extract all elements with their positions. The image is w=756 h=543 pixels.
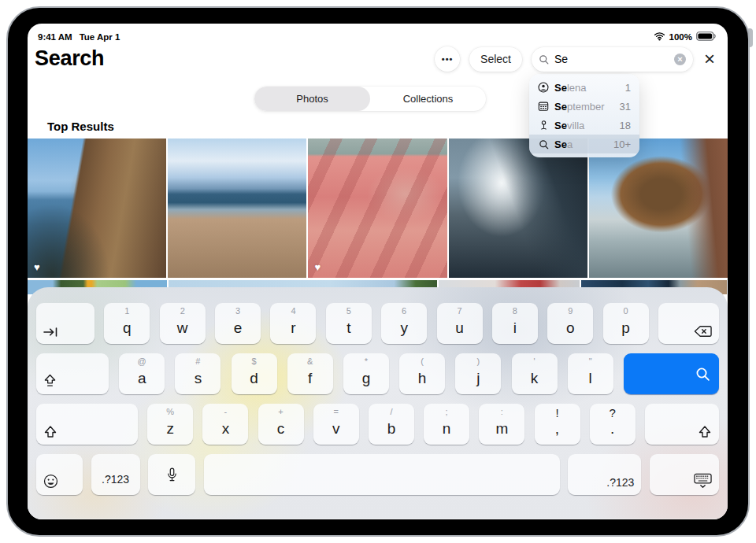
key-d[interactable]: $d <box>232 353 277 394</box>
photo-sandy-beach-waves[interactable] <box>168 139 306 278</box>
search-query-text: Se <box>554 53 669 65</box>
key-o[interactable]: 9o <box>547 303 593 344</box>
key-shift-left[interactable] <box>36 404 138 445</box>
key-search-return[interactable] <box>624 353 719 394</box>
suggestion-sevilla[interactable]: Sevilla18 <box>529 116 639 135</box>
key-s[interactable]: #s <box>175 353 220 394</box>
key-,[interactable]: !, <box>535 404 580 445</box>
photo-wave-crashing-rocks[interactable] <box>449 139 587 278</box>
key-numbers-right[interactable]: .?123 <box>568 454 641 495</box>
key-space[interactable] <box>204 454 560 495</box>
close-icon[interactable]: × <box>702 50 717 68</box>
wifi-icon <box>654 31 665 42</box>
person-circle-icon <box>538 82 549 93</box>
suggestion-text: September <box>554 101 605 113</box>
map-pin-icon <box>538 120 549 131</box>
shift-left-icon <box>43 426 57 438</box>
shift-right-icon <box>698 426 712 438</box>
key-f[interactable]: &f <box>287 353 333 394</box>
keyboard-row: .?123.?123 <box>36 454 719 495</box>
tab-photos[interactable]: Photos <box>254 87 370 111</box>
more-button[interactable]: ••• <box>435 46 460 72</box>
toolbar: ••• Select Se × × <box>435 46 717 72</box>
backspace-icon <box>694 325 712 338</box>
photos-collections-segmented-control: Photos Collections <box>254 87 486 111</box>
tab-icon <box>43 327 59 338</box>
emoji-icon <box>43 474 58 489</box>
page-title: Search <box>35 46 104 71</box>
photo-pink-building-terrace[interactable]: ♥ <box>308 139 447 278</box>
search-icon <box>538 139 549 150</box>
keyboard-rows: 1q2w3e4r5t6y7u8i9o0p@a#s$d&f*g(h)j'k"l%z… <box>28 287 728 495</box>
photos-search-screen: 9:41 AM Tue Apr 1 100% Search ••• Select <box>28 24 728 519</box>
key-g[interactable]: *g <box>343 353 389 394</box>
key-.[interactable]: ?. <box>590 404 636 445</box>
calendar-icon <box>538 101 549 112</box>
battery-icon <box>696 31 716 42</box>
keyboard-row: %z-x+c=v/b;n:m!,?. <box>36 404 719 445</box>
suggestion-count: 31 <box>620 101 631 113</box>
favorite-heart-icon: ♥ <box>314 261 321 273</box>
key-dismiss[interactable] <box>650 454 719 495</box>
search-suggestions-dropdown: Selena1September31Sevilla18Sea10+ <box>529 74 639 157</box>
key-q[interactable]: 1q <box>104 303 150 344</box>
key-l[interactable]: "l <box>568 353 613 394</box>
suggestion-text: Sea <box>554 139 573 150</box>
status-bar: 9:41 AM Tue Apr 1 100% <box>38 31 716 42</box>
key-k[interactable]: 'k <box>512 353 558 394</box>
suggestion-count: 18 <box>620 120 631 131</box>
key-w[interactable]: 2w <box>160 303 206 344</box>
key-t[interactable]: 5t <box>326 303 372 344</box>
key-backspace[interactable] <box>658 303 719 344</box>
key-tab[interactable] <box>36 303 94 344</box>
photo-rocky-cliff-coast[interactable]: ♥ <box>28 139 166 278</box>
capslock-icon <box>43 374 57 388</box>
suggestion-text: Selena <box>554 82 586 94</box>
top-results-photo-grid: ♥♥ <box>28 139 728 278</box>
keyboard-row: @a#s$d&f*g(h)j'k"l <box>36 353 719 394</box>
key-j[interactable]: )j <box>455 353 501 394</box>
key-y[interactable]: 6y <box>381 303 427 344</box>
key-e[interactable]: 3e <box>215 303 261 344</box>
search-input[interactable]: Se × <box>532 47 693 72</box>
keyboard-row: 1q2w3e4r5t6y7u8i9o0p <box>36 303 719 344</box>
suggestion-count: 1 <box>625 82 631 94</box>
suggestion-count: 10+ <box>613 139 631 150</box>
key-r[interactable]: 4r <box>270 303 316 344</box>
key-z[interactable]: %z <box>147 404 193 445</box>
key-u[interactable]: 7u <box>437 303 483 344</box>
dismiss-icon <box>694 473 712 489</box>
select-button[interactable]: Select <box>469 47 522 72</box>
key-a[interactable]: @a <box>119 353 165 394</box>
key-m[interactable]: :m <box>479 404 524 445</box>
key-n[interactable]: ;n <box>424 404 469 445</box>
ipad-mockup: 9:41 AM Tue Apr 1 100% Search ••• Select <box>0 0 756 543</box>
key-capslock[interactable] <box>36 353 109 394</box>
search-return-icon <box>695 367 710 382</box>
suggestion-sea[interactable]: Sea10+ <box>529 135 639 153</box>
key-b[interactable]: /b <box>369 404 414 445</box>
tab-collections[interactable]: Collections <box>370 87 486 111</box>
battery-percent: 100% <box>669 32 692 42</box>
top-results-header: Top Results <box>47 120 114 133</box>
key-c[interactable]: +c <box>258 404 304 445</box>
favorite-heart-icon: ♥ <box>34 261 40 273</box>
key-i[interactable]: 8i <box>492 303 538 344</box>
key-shift-right[interactable] <box>645 404 719 445</box>
status-date: Tue Apr 1 <box>80 32 120 42</box>
clear-search-icon[interactable]: × <box>674 54 686 65</box>
photo-rock-formation-sea[interactable] <box>589 139 728 278</box>
mic-icon <box>167 467 177 482</box>
key-v[interactable]: =v <box>313 404 359 445</box>
suggestion-september[interactable]: September31 <box>529 97 639 116</box>
key-emoji[interactable] <box>36 454 83 495</box>
onscreen-keyboard: 1q2w3e4r5t6y7u8i9o0p@a#s$d&f*g(h)j'k"l%z… <box>28 287 728 519</box>
key-numbers-left[interactable]: .?123 <box>91 454 140 495</box>
key-x[interactable]: -x <box>202 404 248 445</box>
key-p[interactable]: 0p <box>603 303 649 344</box>
key-h[interactable]: (h <box>399 353 445 394</box>
key-mic[interactable] <box>148 454 195 495</box>
suggestion-text: Sevilla <box>554 120 584 131</box>
search-icon <box>539 54 550 65</box>
suggestion-selena[interactable]: Selena1 <box>529 78 639 97</box>
